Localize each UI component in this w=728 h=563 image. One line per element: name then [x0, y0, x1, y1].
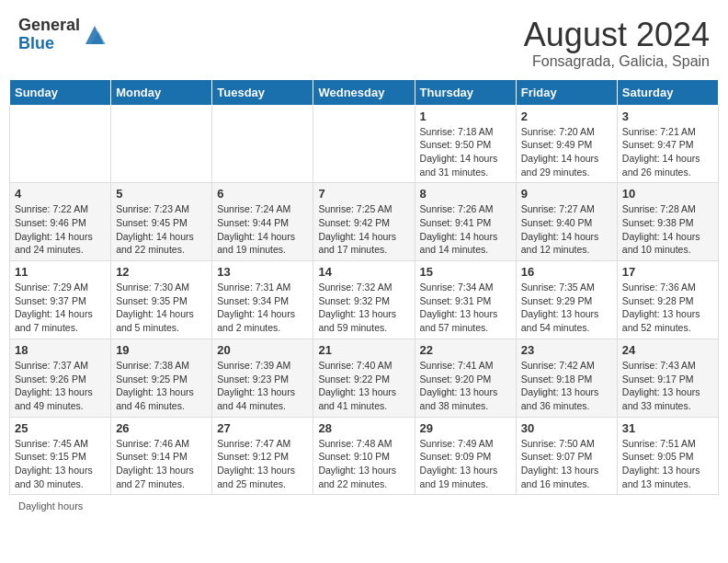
- day-number: 6: [217, 187, 308, 201]
- calendar-cell: 22Sunrise: 7:41 AMSunset: 9:20 PMDayligh…: [415, 339, 516, 417]
- location-subtitle: Fonsagrada, Galicia, Spain: [524, 53, 710, 70]
- day-info: Sunrise: 7:37 AMSunset: 9:26 PMDaylight:…: [15, 359, 106, 413]
- weekday-saturday: Saturday: [617, 79, 718, 105]
- week-row-4: 18Sunrise: 7:37 AMSunset: 9:26 PMDayligh…: [10, 339, 719, 417]
- day-info: Sunrise: 7:51 AMSunset: 9:05 PMDaylight:…: [622, 437, 713, 491]
- day-info: Sunrise: 7:21 AMSunset: 9:47 PMDaylight:…: [622, 125, 713, 179]
- calendar-cell: 16Sunrise: 7:35 AMSunset: 9:29 PMDayligh…: [516, 261, 617, 339]
- day-info: Sunrise: 7:39 AMSunset: 9:23 PMDaylight:…: [217, 359, 308, 413]
- day-info: Sunrise: 7:50 AMSunset: 9:07 PMDaylight:…: [521, 437, 612, 491]
- day-info: Sunrise: 7:23 AMSunset: 9:45 PMDaylight:…: [116, 202, 207, 257]
- weekday-monday: Monday: [111, 79, 212, 105]
- day-info: Sunrise: 7:24 AMSunset: 9:44 PMDaylight:…: [217, 202, 308, 257]
- calendar-cell: 14Sunrise: 7:32 AMSunset: 9:32 PMDayligh…: [313, 261, 415, 339]
- weekday-header-row: SundayMondayTuesdayWednesdayThursdayFrid…: [10, 79, 719, 105]
- day-number: 31: [622, 421, 713, 435]
- calendar-cell: 10Sunrise: 7:28 AMSunset: 9:38 PMDayligh…: [617, 183, 718, 261]
- calendar-cell: 31Sunrise: 7:51 AMSunset: 9:05 PMDayligh…: [617, 417, 718, 495]
- day-number: 25: [15, 421, 106, 435]
- day-info: Sunrise: 7:34 AMSunset: 9:31 PMDaylight:…: [420, 281, 511, 335]
- day-number: 5: [116, 187, 207, 201]
- day-number: 16: [521, 265, 612, 279]
- day-info: Sunrise: 7:41 AMSunset: 9:20 PMDaylight:…: [420, 359, 511, 413]
- calendar-cell: 5Sunrise: 7:23 AMSunset: 9:45 PMDaylight…: [111, 183, 212, 261]
- calendar-cell: 3Sunrise: 7:21 AMSunset: 9:47 PMDaylight…: [617, 105, 718, 183]
- logo-blue: Blue: [18, 35, 80, 53]
- day-number: 22: [420, 343, 511, 357]
- calendar-cell: 27Sunrise: 7:47 AMSunset: 9:12 PMDayligh…: [212, 417, 313, 495]
- day-info: Sunrise: 7:47 AMSunset: 9:12 PMDaylight:…: [217, 437, 308, 491]
- day-info: Sunrise: 7:18 AMSunset: 9:50 PMDaylight:…: [420, 125, 511, 179]
- calendar-cell: [313, 105, 415, 183]
- day-number: 21: [318, 343, 409, 357]
- calendar-cell: [212, 105, 313, 183]
- day-number: 29: [420, 421, 511, 435]
- calendar-cell: 17Sunrise: 7:36 AMSunset: 9:28 PMDayligh…: [617, 261, 718, 339]
- calendar-cell: 21Sunrise: 7:40 AMSunset: 9:22 PMDayligh…: [313, 339, 415, 417]
- calendar-cell: 7Sunrise: 7:25 AMSunset: 9:42 PMDaylight…: [313, 183, 415, 261]
- day-info: Sunrise: 7:26 AMSunset: 9:41 PMDaylight:…: [420, 202, 511, 257]
- day-info: Sunrise: 7:49 AMSunset: 9:09 PMDaylight:…: [420, 437, 511, 491]
- day-info: Sunrise: 7:20 AMSunset: 9:49 PMDaylight:…: [521, 125, 612, 179]
- calendar-body: 1Sunrise: 7:18 AMSunset: 9:50 PMDaylight…: [10, 105, 719, 495]
- calendar-cell: 15Sunrise: 7:34 AMSunset: 9:31 PMDayligh…: [415, 261, 516, 339]
- calendar-table: SundayMondayTuesdayWednesdayThursdayFrid…: [9, 79, 719, 496]
- page-header: General Blue August 2024 Fonsagrada, Gal…: [9, 9, 719, 74]
- day-info: Sunrise: 7:42 AMSunset: 9:18 PMDaylight:…: [521, 359, 612, 413]
- weekday-tuesday: Tuesday: [212, 79, 313, 105]
- day-number: 8: [420, 187, 511, 201]
- day-number: 23: [521, 343, 612, 357]
- calendar-cell: 12Sunrise: 7:30 AMSunset: 9:35 PMDayligh…: [111, 261, 212, 339]
- day-info: Sunrise: 7:27 AMSunset: 9:40 PMDaylight:…: [521, 202, 612, 257]
- day-info: Sunrise: 7:31 AMSunset: 9:34 PMDaylight:…: [217, 281, 308, 335]
- day-number: 12: [116, 265, 207, 279]
- daylight-label: Daylight hours: [18, 500, 83, 511]
- weekday-thursday: Thursday: [415, 79, 516, 105]
- weekday-friday: Friday: [516, 79, 617, 105]
- day-number: 26: [116, 421, 207, 435]
- calendar-cell: 29Sunrise: 7:49 AMSunset: 9:09 PMDayligh…: [415, 417, 516, 495]
- day-number: 13: [217, 265, 308, 279]
- logo-icon: [82, 22, 108, 48]
- day-number: 10: [622, 187, 713, 201]
- calendar-cell: 6Sunrise: 7:24 AMSunset: 9:44 PMDaylight…: [212, 183, 313, 261]
- logo-general: General: [18, 17, 80, 35]
- title-block: August 2024 Fonsagrada, Galicia, Spain: [524, 17, 710, 70]
- calendar-cell: 28Sunrise: 7:48 AMSunset: 9:10 PMDayligh…: [313, 417, 415, 495]
- day-number: 30: [521, 421, 612, 435]
- day-info: Sunrise: 7:32 AMSunset: 9:32 PMDaylight:…: [318, 281, 409, 335]
- day-number: 1: [420, 109, 511, 123]
- day-number: 19: [116, 343, 207, 357]
- calendar-cell: 4Sunrise: 7:22 AMSunset: 9:46 PMDaylight…: [10, 183, 111, 261]
- calendar-cell: 2Sunrise: 7:20 AMSunset: 9:49 PMDaylight…: [516, 105, 617, 183]
- day-info: Sunrise: 7:29 AMSunset: 9:37 PMDaylight:…: [15, 281, 106, 335]
- calendar-cell: 26Sunrise: 7:46 AMSunset: 9:14 PMDayligh…: [111, 417, 212, 495]
- day-number: 11: [15, 265, 106, 279]
- day-info: Sunrise: 7:35 AMSunset: 9:29 PMDaylight:…: [521, 281, 612, 335]
- calendar-cell: 25Sunrise: 7:45 AMSunset: 9:15 PMDayligh…: [10, 417, 111, 495]
- day-info: Sunrise: 7:38 AMSunset: 9:25 PMDaylight:…: [116, 359, 207, 413]
- day-info: Sunrise: 7:45 AMSunset: 9:15 PMDaylight:…: [15, 437, 106, 491]
- calendar-cell: 8Sunrise: 7:26 AMSunset: 9:41 PMDaylight…: [415, 183, 516, 261]
- day-info: Sunrise: 7:25 AMSunset: 9:42 PMDaylight:…: [318, 202, 409, 257]
- day-number: 24: [622, 343, 713, 357]
- day-info: Sunrise: 7:28 AMSunset: 9:38 PMDaylight:…: [622, 202, 713, 257]
- day-number: 28: [318, 421, 409, 435]
- calendar-cell: [111, 105, 212, 183]
- calendar-cell: 23Sunrise: 7:42 AMSunset: 9:18 PMDayligh…: [516, 339, 617, 417]
- day-number: 18: [15, 343, 106, 357]
- day-info: Sunrise: 7:22 AMSunset: 9:46 PMDaylight:…: [15, 202, 106, 257]
- calendar-cell: 1Sunrise: 7:18 AMSunset: 9:50 PMDaylight…: [415, 105, 516, 183]
- day-number: 9: [521, 187, 612, 201]
- week-row-1: 1Sunrise: 7:18 AMSunset: 9:50 PMDaylight…: [10, 105, 719, 183]
- calendar-cell: 30Sunrise: 7:50 AMSunset: 9:07 PMDayligh…: [516, 417, 617, 495]
- logo-text: General Blue: [18, 17, 80, 53]
- day-number: 4: [15, 187, 106, 201]
- day-number: 14: [318, 265, 409, 279]
- weekday-wednesday: Wednesday: [313, 79, 415, 105]
- day-info: Sunrise: 7:43 AMSunset: 9:17 PMDaylight:…: [622, 359, 713, 413]
- day-info: Sunrise: 7:46 AMSunset: 9:14 PMDaylight:…: [116, 437, 207, 491]
- calendar-cell: 13Sunrise: 7:31 AMSunset: 9:34 PMDayligh…: [212, 261, 313, 339]
- weekday-sunday: Sunday: [10, 79, 111, 105]
- day-info: Sunrise: 7:40 AMSunset: 9:22 PMDaylight:…: [318, 359, 409, 413]
